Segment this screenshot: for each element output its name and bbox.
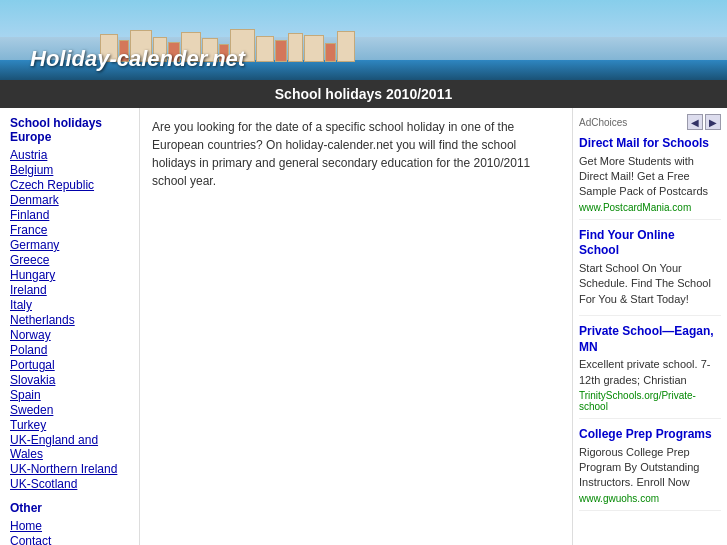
sidebar-link-uk-scotland[interactable]: UK-Scotland (10, 477, 129, 491)
ad-4-text: Rigorous College Prep Program By Outstan… (579, 445, 721, 491)
header-banner: Holiday-calender.net (0, 0, 727, 80)
ad-2-title[interactable]: Find Your OnlineSchool (579, 228, 721, 259)
sidebar-link-austria[interactable]: Austria (10, 148, 129, 162)
site-title: Holiday-calender.net (30, 46, 245, 72)
sidebar-link-netherlands[interactable]: Netherlands (10, 313, 129, 327)
ad-prev-button[interactable]: ◀ (687, 114, 703, 130)
ad-3-url[interactable]: TrinitySchools.org/Private-school (579, 390, 721, 412)
sidebar-section2-title: Other (10, 501, 129, 515)
ad-choices-label: AdChoices (579, 117, 627, 128)
sidebar-link-germany[interactable]: Germany (10, 238, 129, 252)
sidebar-link-italy[interactable]: Italy (10, 298, 129, 312)
sidebar-section1-title: School holidays Europe (10, 116, 129, 144)
sidebar-link-hungary[interactable]: Hungary (10, 268, 129, 282)
ad-header: AdChoices ◀ ▶ (579, 114, 721, 130)
page-title: School holidays 2010/2011 (275, 86, 452, 102)
sidebar-link-spain[interactable]: Spain (10, 388, 129, 402)
ad-next-button[interactable]: ▶ (705, 114, 721, 130)
ad-1-title[interactable]: Direct Mail for Schools (579, 136, 721, 152)
sidebar-link-czech-republic[interactable]: Czech Republic (10, 178, 129, 192)
ad-block-1: Direct Mail for Schools Get More Student… (579, 136, 721, 220)
ad-navigation: ◀ ▶ (687, 114, 721, 130)
sidebar-link-sweden[interactable]: Sweden (10, 403, 129, 417)
sidebar-link-ireland[interactable]: Ireland (10, 283, 129, 297)
ad-4-title[interactable]: College Prep Programs (579, 427, 721, 443)
ad-3-text: Excellent private school. 7-12th grades;… (579, 357, 721, 388)
ad-block-2: Find Your OnlineSchool Start School On Y… (579, 228, 721, 316)
main-layout: School holidays Europe Austria Belgium C… (0, 108, 727, 545)
ad-block-3: Private School—Eagan, MN Excellent priva… (579, 324, 721, 419)
ad-3-title[interactable]: Private School—Eagan, MN (579, 324, 721, 355)
sidebar-link-home[interactable]: Home (10, 519, 129, 533)
main-paragraph: Are you looking for the date of a specif… (152, 118, 560, 190)
sidebar-link-denmark[interactable]: Denmark (10, 193, 129, 207)
sidebar-link-uk-northern-ireland[interactable]: UK-Northern Ireland (10, 462, 129, 476)
sidebar-link-portugal[interactable]: Portugal (10, 358, 129, 372)
left-sidebar: School holidays Europe Austria Belgium C… (0, 108, 140, 545)
ad-block-4: College Prep Programs Rigorous College P… (579, 427, 721, 511)
page-title-bar: School holidays 2010/2011 (0, 80, 727, 108)
ad-1-text: Get More Students with Direct Mail! Get … (579, 154, 721, 200)
right-sidebar: AdChoices ◀ ▶ Direct Mail for Schools Ge… (572, 108, 727, 545)
sidebar-link-greece[interactable]: Greece (10, 253, 129, 267)
ad-2-text: Start School On Your Schedule. Find The … (579, 261, 721, 307)
sidebar-link-slovakia[interactable]: Slovakia (10, 373, 129, 387)
sidebar-link-poland[interactable]: Poland (10, 343, 129, 357)
sidebar-link-france[interactable]: France (10, 223, 129, 237)
sidebar-link-turkey[interactable]: Turkey (10, 418, 129, 432)
sidebar-link-uk-england-wales[interactable]: UK-England and Wales (10, 433, 129, 461)
main-content: Are you looking for the date of a specif… (140, 108, 572, 545)
sidebar-link-finland[interactable]: Finland (10, 208, 129, 222)
sidebar-link-contact[interactable]: Contact (10, 534, 129, 545)
sidebar-link-norway[interactable]: Norway (10, 328, 129, 342)
ad-1-url[interactable]: www.PostcardMania.com (579, 202, 721, 213)
ad-4-url[interactable]: www.gwuohs.com (579, 493, 721, 504)
sidebar-link-belgium[interactable]: Belgium (10, 163, 129, 177)
other-section: Other Home Contact Links (10, 501, 129, 545)
